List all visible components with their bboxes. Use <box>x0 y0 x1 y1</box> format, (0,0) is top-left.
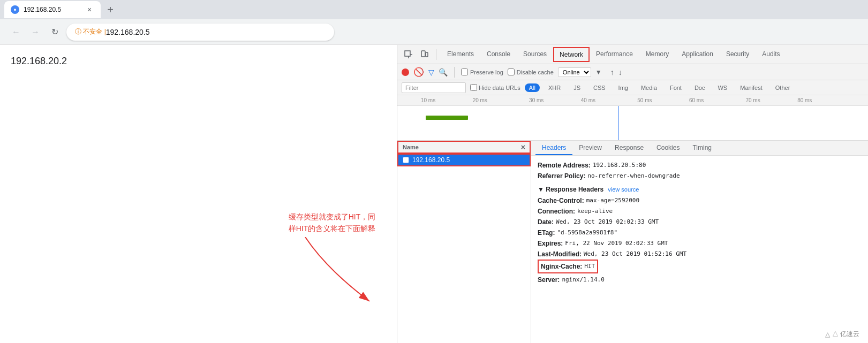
filter-xhr-button[interactable]: XHR <box>544 83 565 92</box>
network-toolbar: 🚫 ▽ 🔍 Preserve log Disable cache Online … <box>397 64 868 80</box>
headers-panel: Headers Preview Response Cookies Timing … <box>531 141 868 343</box>
disable-cache-checkbox[interactable]: Disable cache <box>508 68 554 75</box>
filter-media-button[interactable]: Media <box>637 83 661 92</box>
filter-css-button[interactable]: CSS <box>589 83 610 92</box>
timeline-mark-50: 50 ms <box>637 97 652 103</box>
devtools-panel: Elements Console Sources Network Perform… <box>397 45 868 343</box>
address-input[interactable]: ⓘ 不安全 | 192.168.20.5 <box>66 24 334 41</box>
filter-ws-button[interactable]: WS <box>713 83 731 92</box>
tab-title: 192.168.20.5 <box>24 6 80 13</box>
referrer-policy-row: Referrer Policy: no-referrer-when-downgr… <box>538 171 862 181</box>
waterfall-bar-html <box>426 116 468 120</box>
filter-manifest-button[interactable]: Manifest <box>736 83 767 92</box>
toolbar-separator-2 <box>454 67 455 78</box>
device-toolbar-button[interactable] <box>418 48 432 62</box>
timeline-mark-70: 70 ms <box>745 97 760 103</box>
timeline-area: 10 ms 20 ms 30 ms 40 ms 50 ms 60 ms 70 m… <box>397 95 868 141</box>
close-panel-button[interactable]: × <box>521 143 525 151</box>
filter-button[interactable]: ▽ <box>428 68 434 77</box>
new-tab-button[interactable]: + <box>103 2 118 17</box>
timeline-vertical-line <box>618 106 619 140</box>
headers-tab-preview[interactable]: Preview <box>572 141 608 155</box>
cache-control-row: Cache-Control: max-age=2592000 <box>538 195 862 206</box>
request-favicon <box>403 157 409 163</box>
inspect-element-button[interactable] <box>402 48 416 62</box>
filter-img-button[interactable]: Img <box>614 83 632 92</box>
timeline-mark-20: 20 ms <box>473 97 487 103</box>
filter-input[interactable] <box>402 82 466 93</box>
brand-label: △ 亿速云 <box>832 330 859 339</box>
brand-watermark: △ △ 亿速云 <box>825 330 859 339</box>
timeline-mark-60: 60 ms <box>689 97 704 103</box>
etag-row: ETag: "d-5958a2a9981f8" <box>538 227 862 238</box>
preserve-log-checkbox[interactable]: Preserve log <box>461 68 503 75</box>
timeline-chart <box>397 106 868 140</box>
timeline-ruler: 10 ms 20 ms 30 ms 40 ms 50 ms 60 ms 70 m… <box>397 95 868 106</box>
throttle-select[interactable]: Online <box>558 67 591 77</box>
active-tab[interactable]: ● 192.168.20.5 × <box>4 1 101 18</box>
toolbar-separator <box>436 49 436 60</box>
brand-icon: △ <box>825 331 830 338</box>
filter-js-button[interactable]: JS <box>569 83 585 92</box>
clear-button[interactable]: 🚫 <box>413 67 424 77</box>
throttle-dropdown-icon[interactable]: ▼ <box>595 68 602 76</box>
last-modified-row: Last-Modified: Wed, 23 Oct 2019 01:52:16… <box>538 249 862 260</box>
headers-tab-response[interactable]: Response <box>608 141 650 155</box>
headers-tab-cookies[interactable]: Cookies <box>650 141 686 155</box>
tab-bar: ● 192.168.20.5 × + <box>0 0 868 19</box>
timeline-mark-80: 80 ms <box>797 97 812 103</box>
date-row: Date: Wed, 23 Oct 2019 02:02:33 GMT <box>538 217 862 227</box>
request-row[interactable]: 192.168.20.5 <box>397 154 531 166</box>
tab-memory[interactable]: Memory <box>639 46 675 63</box>
headers-tab-headers[interactable]: Headers <box>535 141 572 155</box>
hide-data-urls-checkbox[interactable]: Hide data URLs <box>470 84 520 91</box>
general-headers-section: Remote Address: 192.168.20.5:80 Referrer… <box>538 160 862 181</box>
search-button[interactable]: 🔍 <box>439 68 448 77</box>
nginx-cache-row: Nginx-Cache: HIT <box>538 260 598 273</box>
filter-other-button[interactable]: Other <box>771 83 795 92</box>
svg-rect-4 <box>421 51 425 57</box>
security-badge: ⓘ 不安全 | <box>75 27 106 36</box>
back-button[interactable]: ← <box>9 25 24 40</box>
upload-icon[interactable]: ↑ <box>610 68 614 77</box>
tab-audits[interactable]: Audits <box>756 46 786 63</box>
tab-favicon: ● <box>11 5 19 14</box>
download-icon[interactable]: ↓ <box>618 68 622 77</box>
response-headers-title: ▼ Response Headers view source <box>538 186 862 193</box>
svg-rect-6 <box>403 157 409 163</box>
response-headers-section: ▼ Response Headers view source Cache-Con… <box>538 186 862 285</box>
tab-console[interactable]: Console <box>480 46 517 63</box>
requests-panel: Name × 192.168.20.5 <box>397 141 531 343</box>
expires-row: Expires: Fri, 22 Nov 2019 02:02:33 GMT <box>538 238 862 249</box>
main-area: 192.168.20.2 缓存类型就变成了HIT，同 样HIT的含义将在下面解释 <box>0 45 868 343</box>
headers-tab-timing[interactable]: Timing <box>686 141 718 155</box>
network-content: Name × 192.168.20.5 Headers Preview <box>397 141 868 343</box>
tab-network[interactable]: Network <box>553 47 590 62</box>
connection-row: Connection: keep-alive <box>538 206 862 217</box>
tab-application[interactable]: Application <box>675 46 720 63</box>
tab-elements[interactable]: Elements <box>441 46 480 63</box>
forward-button[interactable]: → <box>28 25 43 40</box>
svg-rect-5 <box>426 52 428 57</box>
request-name: 192.168.20.5 <box>412 156 450 164</box>
page-content: 192.168.20.2 <box>0 45 397 343</box>
view-source-button[interactable]: view source <box>608 186 639 193</box>
headers-content: Remote Address: 192.168.20.5:80 Referrer… <box>531 156 868 294</box>
tab-security[interactable]: Security <box>720 46 756 63</box>
tab-performance[interactable]: Performance <box>590 46 639 63</box>
filter-bar: Hide data URLs All XHR JS CSS Img Media … <box>397 80 868 95</box>
requests-list: 192.168.20.5 <box>397 154 531 343</box>
tab-sources[interactable]: Sources <box>517 46 553 63</box>
tab-close-button[interactable]: × <box>85 5 94 14</box>
filter-all-button[interactable]: All <box>525 83 540 92</box>
filter-font-button[interactable]: Font <box>666 83 686 92</box>
address-bar: ← → ↻ ⓘ 不安全 | 192.168.20.5 <box>0 19 868 45</box>
filter-doc-button[interactable]: Doc <box>690 83 710 92</box>
page-ip: 192.168.20.2 <box>11 56 386 67</box>
requests-column-header: Name × <box>397 141 531 154</box>
reload-button[interactable]: ↻ <box>47 25 62 40</box>
svg-rect-1 <box>405 51 410 56</box>
devtools-tabs: Elements Console Sources Network Perform… <box>441 46 787 63</box>
record-button[interactable] <box>402 68 409 76</box>
timeline-mark-30: 30 ms <box>529 97 544 103</box>
